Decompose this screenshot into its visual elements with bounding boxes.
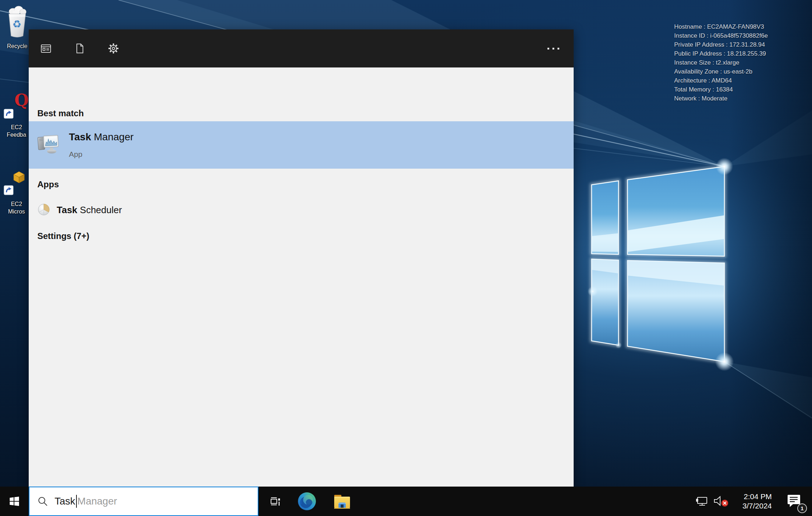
file-explorer-icon <box>333 493 351 509</box>
network-icon <box>695 496 709 507</box>
ec2-info-line: Availability Zone : us-east-2b <box>674 67 768 76</box>
ec2-info-line: Instance ID : i-065a48f5730882f6e <box>674 31 768 40</box>
result-task-manager[interactable]: Task Manager App <box>29 121 574 169</box>
settings-filter-icon[interactable] <box>108 43 119 54</box>
ec2-info-line: Private IP Address : 172.31.28.94 <box>674 40 768 49</box>
ec2-info-line: Hostname : EC2AMAZ-FAN98V3 <box>674 22 768 31</box>
ec2-microsoft-label: EC2 Micros <box>2 200 31 215</box>
result-title: Task Scheduler <box>57 205 122 216</box>
task-view-button[interactable] <box>269 495 281 508</box>
ec2-info-line: Architecture : AMD64 <box>674 76 768 85</box>
task-manager-icon <box>37 133 60 154</box>
desktop-icon-recycle-bin[interactable]: ♻ Recycle <box>3 5 32 50</box>
volume-muted-icon <box>713 495 729 507</box>
ec2-feedback-label: EC2 Feedba <box>2 123 31 139</box>
search-results-panel: Best match <box>29 29 574 487</box>
text-cursor <box>76 495 77 508</box>
ec2-info-line: Total Memory : 16384 <box>674 85 768 94</box>
search-icon <box>37 496 48 507</box>
ec2-instance-info: Hostname : EC2AMAZ-FAN98V3 Instance ID :… <box>674 22 768 103</box>
ec2-feedback-icon: Q <box>14 90 29 110</box>
start-icon <box>9 496 20 507</box>
apps-section-header: Apps <box>37 179 59 189</box>
ec2-info-line: Network : Moderate <box>674 94 768 103</box>
start-button[interactable] <box>0 487 29 516</box>
result-subtitle: App <box>69 150 82 159</box>
edge-browser-button[interactable] <box>297 492 317 511</box>
search-typed-text: Task <box>55 496 75 507</box>
network-tray-icon[interactable] <box>695 496 709 507</box>
ec2-info-line: Instance Size : t2.xlarge <box>674 58 768 67</box>
taskbar-clock[interactable]: 2:04 PM 3/7/2024 <box>736 492 772 511</box>
desktop-icon-ec2-microsoft[interactable]: EC2 Micros <box>2 169 31 223</box>
search-suggestion-text: Manager <box>78 496 117 507</box>
search-results-body: Best match <box>29 67 574 487</box>
recycle-bin-label: Recycle <box>3 42 32 50</box>
result-task-scheduler[interactable]: Task Scheduler <box>29 195 574 225</box>
desktop: Hostname : EC2AMAZ-FAN98V3 Instance ID :… <box>0 0 812 516</box>
ec2-info-line: Public IP Address : 18.218.255.39 <box>674 49 768 58</box>
system-tray: 2:04 PM 3/7/2024 1 <box>695 492 812 511</box>
svg-text:♻: ♻ <box>12 18 21 30</box>
edge-icon <box>297 492 317 511</box>
search-filter-bar <box>29 29 574 67</box>
settings-section-header[interactable]: Settings (7+) <box>37 231 89 241</box>
clock-date: 3/7/2024 <box>736 501 772 511</box>
ec2-microsoft-icon <box>13 171 25 184</box>
notification-count-badge: 1 <box>797 503 807 513</box>
task-scheduler-icon <box>37 203 50 216</box>
taskbar-search-input[interactable]: Task Manager <box>29 487 258 516</box>
more-options-icon[interactable] <box>547 48 559 50</box>
shortcut-arrow-icon <box>4 109 14 119</box>
task-view-icon <box>269 495 281 508</box>
file-explorer-button[interactable] <box>333 493 351 509</box>
clock-time: 2:04 PM <box>736 492 772 501</box>
action-center-button[interactable]: 1 <box>786 494 802 509</box>
apps-filter-icon[interactable] <box>40 43 52 54</box>
taskbar: Task Manager <box>0 487 812 516</box>
result-title: Task Manager <box>69 131 134 143</box>
shortcut-arrow-icon <box>4 185 14 195</box>
desktop-icon-ec2-feedback[interactable]: Q EC2 Feedba <box>2 92 31 146</box>
best-match-header: Best match <box>37 108 84 118</box>
recycle-bin-icon: ♻ <box>5 5 29 41</box>
documents-filter-icon[interactable] <box>74 43 85 54</box>
volume-tray-icon[interactable] <box>713 495 729 507</box>
